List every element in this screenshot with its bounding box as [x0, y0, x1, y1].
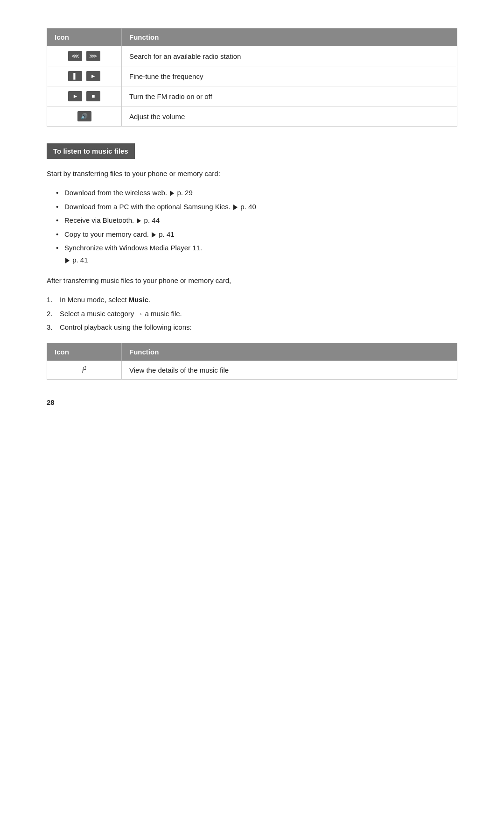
list-item: 3. Control playback using the following …	[47, 321, 457, 333]
bullet-page-3: p. 44	[144, 216, 160, 224]
icon-cell-onoff: ► ■	[47, 86, 122, 106]
bullet-page-1: p. 29	[177, 189, 192, 197]
function-volume: Adjust the volume	[122, 106, 457, 127]
icon-cell-search: ⋘ ⋙	[47, 46, 122, 66]
function-info: View the details of the music file	[122, 360, 457, 379]
arrow-icon-3	[137, 218, 141, 224]
step-text-2: Select a music category → a music file.	[60, 310, 182, 318]
list-item: Download from a PC with the optional Sam…	[56, 201, 457, 213]
volume-icon: 🔊	[77, 111, 91, 121]
step-num-2: 2.	[47, 308, 53, 320]
step-text-1: In Menu mode, select Music.	[60, 296, 150, 304]
icon-cell-volume: 🔊	[47, 106, 122, 127]
arrow-icon-4	[152, 232, 156, 238]
list-item: Receive via Bluetooth. p. 44	[56, 214, 457, 226]
after-transfer-text: After transferring music files to your p…	[47, 275, 457, 286]
step-text-3: Control playback using the following ico…	[60, 323, 192, 331]
info-icon: i1	[82, 366, 86, 374]
stop-icon: ■	[86, 91, 100, 101]
list-item: Synchronize with Windows Media Player 11…	[56, 242, 457, 266]
arrow-icon-2	[233, 205, 238, 210]
bullet-page-4: p. 41	[159, 230, 174, 238]
radio-table-function-header: Function	[122, 28, 457, 46]
superscript-1: 1	[84, 366, 87, 371]
table-row: i1 View the details of the music file	[47, 360, 457, 379]
icon-cell-finetune: ▌ ►	[47, 66, 122, 86]
section-header: To listen to music files	[47, 143, 457, 168]
bullet-text-2: Download from a PC with the optional Sam…	[64, 203, 231, 211]
step-num-1: 1.	[47, 294, 53, 306]
next-slow-icon: ►	[86, 71, 100, 81]
step-num-3: 3.	[47, 321, 53, 333]
arrow-icon-5	[65, 258, 70, 263]
icon-cell-info: i1	[47, 360, 122, 379]
list-item: 2. Select a music category → a music fil…	[47, 308, 457, 320]
list-item: Download from the wireless web. p. 29	[56, 187, 457, 199]
bullet-text-4: Copy to your memory card.	[64, 230, 149, 238]
prev-fast-icon: ⋘	[68, 51, 82, 61]
bullet-page-2: p. 40	[240, 203, 256, 211]
music-table-function-header: Function	[122, 343, 457, 360]
function-finetune: Fine-tune the frequency	[122, 66, 457, 86]
next-fast-icon: ⋙	[86, 51, 100, 61]
intro-text: Start by transferring files to your phon…	[47, 168, 457, 179]
bullet-text-5: Synchronize with Windows Media Player 11…	[64, 244, 202, 252]
list-item: Copy to your memory card. p. 41	[56, 228, 457, 240]
numbered-steps: 1. In Menu mode, select Music. 2. Select…	[47, 294, 457, 333]
page-number: 28	[47, 398, 457, 406]
music-table: Icon Function i1 View the details of the…	[47, 343, 457, 380]
table-row: ► ■ Turn the FM radio on or off	[47, 86, 457, 106]
music-table-icon-header: Icon	[47, 343, 122, 360]
bullet-list: Download from the wireless web. p. 29 Do…	[56, 187, 457, 266]
radio-table-icon-header: Icon	[47, 28, 122, 46]
play-icon: ►	[68, 91, 82, 101]
radio-table: Icon Function ⋘ ⋙ Search for an availabl…	[47, 28, 457, 127]
bullet-text-3: Receive via Bluetooth.	[64, 216, 134, 224]
bullet-text-1: Download from the wireless web.	[64, 189, 167, 197]
table-row: ⋘ ⋙ Search for an available radio statio…	[47, 46, 457, 66]
list-item: 1. In Menu mode, select Music.	[47, 294, 457, 306]
bullet-page-5: p. 41	[72, 256, 88, 264]
table-row: ▌ ► Fine-tune the frequency	[47, 66, 457, 86]
section-title: To listen to music files	[47, 143, 135, 159]
arrow-icon-1	[170, 191, 174, 196]
table-row: 🔊 Adjust the volume	[47, 106, 457, 127]
prev-slow-icon: ▌	[68, 71, 82, 81]
function-search: Search for an available radio station	[122, 46, 457, 66]
function-onoff: Turn the FM radio on or off	[122, 86, 457, 106]
